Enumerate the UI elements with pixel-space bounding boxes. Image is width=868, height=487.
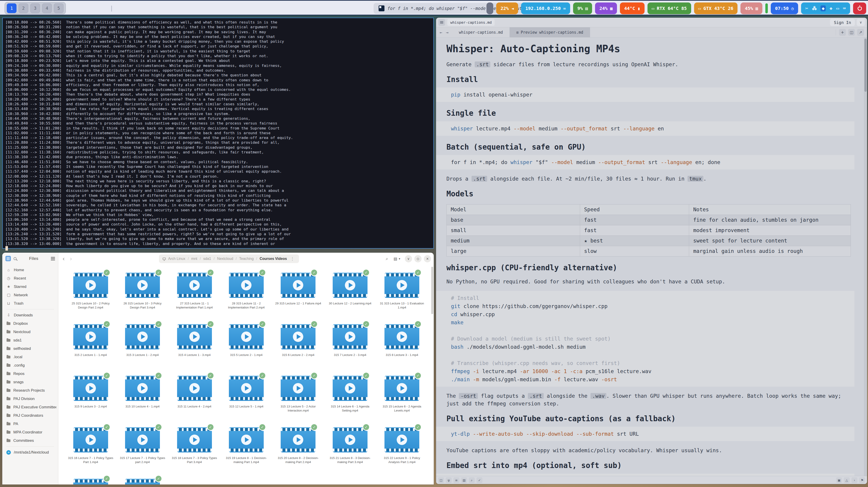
file-item[interactable]: ✓315 22 Lecture 9 - 1 Policy Analysis Pa… [376, 425, 428, 477]
sidebar-item-nextcloud[interactable]: Nextcloud [4, 328, 56, 336]
power-button[interactable] [853, 2, 866, 14]
new-tab-button[interactable]: + [839, 29, 846, 36]
display-icon[interactable]: ▭ [836, 6, 839, 11]
breadcrumb-segment[interactable]: sda1 [203, 257, 211, 261]
file-item[interactable]: ✓31 315 Lecture 13 - 1 Evaluation 1.mp4 [376, 271, 428, 322]
sidebar-item-downloads[interactable]: ⇩Downloads [4, 311, 56, 319]
file-item[interactable]: ✓315 13 Lecture 5 - 2 Actor Interaction.… [272, 374, 324, 425]
forward-button[interactable]: › [68, 256, 73, 262]
sidebar-item-pa[interactable]: PA [4, 420, 56, 428]
sidebar-item--local[interactable]: .local [4, 353, 56, 361]
breadcrumb-segment[interactable]: Courses Videos [260, 257, 287, 261]
nav-back-icon[interactable]: ← [440, 30, 442, 35]
view-toggle-button[interactable]: ▤ ▼ [392, 257, 403, 261]
file-item[interactable]: ✓315 9 Lecture 3 - 2.mp4 [65, 374, 117, 425]
file-item[interactable]: ✓26 315 Lecture 10 - 3 Policy Design Par… [117, 271, 168, 322]
expand-icon[interactable]: ↗ [857, 29, 864, 36]
file-item[interactable]: ✓315 3 Lecture 1 - 2.mp4 [117, 322, 168, 374]
sidebar-item-dropbox[interactable]: Dropbox [4, 319, 56, 328]
sidebar-item-paj-coordinators[interactable]: PAJ Coordinators [4, 411, 56, 420]
close-button[interactable]: × [424, 255, 431, 262]
tray-module-cpu[interactable]: 24%▦ [595, 2, 617, 14]
workspace-button-1[interactable]: 1 [7, 3, 17, 13]
file-item[interactable]: ✓315 10 Lecture 4 - 1.mp4 [117, 374, 168, 425]
tray-module-temperature[interactable]: 44°C▮ [620, 2, 645, 14]
tray-module-clock[interactable]: 07:50◷ [771, 2, 798, 14]
sidebar-item-mpa-coordinator[interactable]: MPA Coordinator [4, 428, 56, 436]
check-icon[interactable]: ✓ [476, 477, 483, 483]
file-item[interactable]: ✓315 12 Lecture 5 - 1.mp4 [220, 374, 272, 425]
dropbox-icon[interactable]: ❖ [830, 6, 833, 11]
file-item[interactable]: ✓315 11 Lecture 4 - 2.mp4 [168, 374, 220, 425]
shield-icon[interactable]: ◆ [820, 5, 826, 11]
file-item[interactable]: ✓25 315 Lecture 10 - 2 Policy Design Par… [65, 271, 117, 322]
assistant-icon[interactable]: ▣ [836, 477, 842, 483]
tray-module-disk[interactable]: 45%▥ [740, 2, 763, 14]
clipboard-icon[interactable]: ✂ [805, 6, 808, 11]
file-item[interactable]: ✓ [117, 477, 168, 485]
sidebar-item-starred[interactable]: ★Starred [4, 283, 56, 291]
breadcrumb-segment[interactable]: mnt [191, 257, 197, 261]
file-item[interactable]: ✓315 6 Lecture 2 - 2.mp4 [272, 322, 324, 374]
workspace-button-2[interactable]: 2 [19, 3, 28, 13]
files-scrollbar[interactable] [431, 267, 433, 314]
sync-icon[interactable]: ⁂ [812, 6, 817, 11]
file-item[interactable]: ✓315 14 Lecture 6 - 1 Agenda Setting.mp4 [324, 374, 376, 425]
keyboard-icon[interactable]: ⌨ [843, 6, 846, 11]
diagnostics-icon[interactable]: △ [844, 477, 850, 483]
minimize-button[interactable]: ∨ [405, 255, 412, 262]
search-icon[interactable]: ⌕ [469, 477, 475, 483]
sign-in-button[interactable]: Sign In [830, 19, 855, 26]
tray-module-gpu-gtx[interactable]: ▭GTX 43°C 26 [694, 2, 738, 14]
sidebar-item-committees[interactable]: Committees [4, 436, 56, 445]
workspace-button-4[interactable]: 4 [42, 3, 52, 13]
git-branch-icon[interactable]: ψ [446, 477, 452, 483]
sidebar-item--mnt-sda1-nextcloud[interactable]: ∞/mnt/sda1/Nextcloud [4, 448, 56, 456]
sidebar-item-paj-division[interactable]: PAJ Division [4, 395, 56, 403]
tray-module-volume[interactable]: 22%◄ [496, 2, 518, 14]
notifications-icon[interactable]: ⚑ [859, 477, 865, 483]
sidebar-item-home[interactable]: ⌂Home [4, 266, 56, 274]
sidebar-item-selfhosted[interactable]: selfhosted [4, 345, 56, 353]
editor-project-title[interactable]: whisper-captions.md [447, 19, 495, 26]
kebab-menu-icon[interactable]: ⋮ [289, 256, 296, 261]
sidebar-item-sda1[interactable]: sda1 [4, 336, 56, 345]
search-in-folder-icon[interactable]: ⌕ [384, 256, 390, 261]
file-item[interactable]: ✓29 315 Lecture 12 - 1 Failure.mp4 [272, 271, 324, 322]
outline-icon[interactable]: ≡ [454, 477, 459, 483]
file-item[interactable]: ✓315 5 Lecture 2 - 1.mp4 [220, 322, 272, 374]
file-item[interactable]: ✓27 315 Lecture 11 - 1 Implementation Pa… [168, 271, 220, 322]
tray-module-network[interactable]: 192.168.0.250∞ [521, 2, 570, 14]
tray-module-gpu-rtx[interactable]: ▭RTX 64°C 85 [648, 2, 691, 14]
nav-forward-icon[interactable]: → [446, 30, 448, 35]
breadcrumb-segment[interactable]: Arch Linux [168, 257, 185, 261]
file-item[interactable]: ✓315 20 Lecture 8 - 2 Decision-making Pa… [272, 425, 324, 477]
tab-source[interactable]: whisper-captions.md [452, 27, 509, 37]
sidebar-item-research-projects[interactable]: Research Projects [4, 386, 56, 395]
project-panel-icon[interactable]: ◫ [438, 477, 444, 483]
sidebar-item--config[interactable]: .config [4, 361, 56, 369]
sidebar-item-paj-executive-committee[interactable]: PAJ Executive Committee [4, 403, 56, 411]
search-icon[interactable] [13, 257, 17, 260]
back-button[interactable]: ‹ [61, 256, 66, 262]
file-item[interactable]: ✓315 21 Lecture 8 - 3 Decision-making Pa… [324, 425, 376, 477]
terminal-icon[interactable]: › [851, 477, 857, 483]
breadcrumb-segment[interactable]: Nextcloud [217, 257, 233, 261]
chevron-down-icon[interactable]: ∨ [857, 19, 865, 26]
breadcrumb-segment[interactable]: Teaching [239, 257, 254, 261]
file-item[interactable]: ✓315 4 Lecture 1 - 3.mp4 [168, 322, 220, 374]
sidebar-item-trash[interactable]: ⊔Trash [4, 299, 56, 307]
collab-icon[interactable]: ▧ [461, 477, 467, 483]
file-item[interactable]: ✓315 17 Lecture 7 - 1 Policy Types part … [117, 425, 168, 477]
terminal-window[interactable]: [08:18.800 --> 08:26.560] There's some p… [2, 18, 434, 249]
file-item[interactable]: ✓315 7 Lecture 2 - 3.mp4 [324, 322, 376, 374]
file-item[interactable]: ✓30 Lecture 12 - 2 Learning.mp4 [324, 271, 376, 322]
file-item[interactable]: ✓315 8 Lecture 3 - 1.mp4 [376, 322, 428, 374]
editor-scrollbar-thumb[interactable] [864, 39, 867, 92]
workspace-button-3[interactable]: 3 [30, 3, 40, 13]
breadcrumb[interactable]: Arch Linux/mnt/sda1/Nextcloud/Teaching/C… [159, 255, 299, 263]
file-item[interactable]: ✓ [65, 477, 117, 485]
file-item[interactable]: ✓28 315 Lecture 11 - 2 Implementation Pa… [220, 271, 272, 322]
hamburger-menu-icon[interactable] [51, 258, 55, 259]
sidebar-item-network[interactable]: ▢Network [4, 291, 56, 299]
